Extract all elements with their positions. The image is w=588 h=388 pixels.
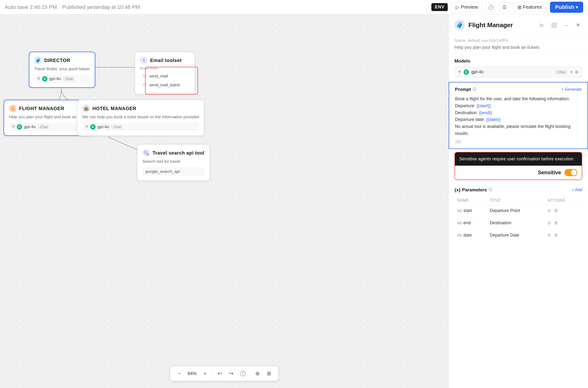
- prompt-var-date: {{date}}: [486, 117, 500, 122]
- publish-button[interactable]: Publish ▾: [550, 2, 583, 13]
- param-start-title: Departure Point: [487, 205, 544, 217]
- prompt-var-start: {{start}}: [477, 103, 491, 108]
- sensitive-row: Sensitive ✓: [455, 166, 582, 180]
- model-select-row[interactable]: ⇈ G gpt-4o Chat ▾ ⚙: [455, 67, 582, 77]
- features-label: Features: [523, 4, 542, 10]
- history-button[interactable]: 🕐: [237, 368, 248, 379]
- travel-title: Travel search api tool: [153, 150, 205, 156]
- send-mail-tool[interactable]: 🛡 send_mail: [140, 72, 190, 80]
- model-row-icon: G: [464, 70, 469, 75]
- toggle-knob: [571, 170, 577, 175]
- preview-icon: ▷: [456, 4, 459, 10]
- param-start-name: Iαl start: [455, 205, 487, 217]
- preview-button[interactable]: ▷ Preview: [451, 2, 482, 12]
- prompt-var-end: {{end}}: [479, 110, 492, 115]
- param-end-actions: ⚙ 🗑: [544, 217, 582, 229]
- redo-button[interactable]: ↪: [226, 368, 236, 379]
- director-model-label: gpt-4o: [49, 76, 61, 81]
- param-end-name: Iαl end: [455, 217, 487, 229]
- director-icon: 🧳: [34, 56, 42, 64]
- prompt-text[interactable]: Book a flight for the user, and take the…: [455, 96, 582, 137]
- toggle-track[interactable]: ✓: [564, 169, 577, 176]
- director-node[interactable]: 🧳 DIRECTOR Travel Butler, your good help…: [29, 52, 95, 88]
- param-row-start: Iαl start Departure Point ⚙ 🗑: [455, 205, 582, 217]
- undo-button[interactable]: ↩: [214, 368, 225, 379]
- panel-more-button[interactable]: ···: [562, 21, 570, 29]
- panel-agent-icon: 🧳: [455, 20, 465, 30]
- model-settings-icon[interactable]: ⚙: [575, 70, 579, 75]
- topbar-dot: ·: [59, 4, 60, 10]
- hotel-manager-node[interactable]: 🏨 HOTEL MANAGER We can help you book a h…: [77, 100, 204, 136]
- email-header: 📧 Email toolset: [140, 56, 190, 64]
- hotel-model-icon: G: [90, 124, 96, 130]
- clock-icon-button[interactable]: 🕐: [486, 2, 496, 12]
- email-tools-label: Email tools: [140, 66, 190, 70]
- publish-label: Publish: [555, 4, 574, 10]
- director-model-icon: G: [42, 76, 47, 81]
- hotel-desc: We can help you book a hotel based on th…: [82, 114, 199, 120]
- params-title: {x} Parameters ⓘ: [455, 187, 492, 193]
- add-param-button[interactable]: + Add: [572, 188, 582, 192]
- model-chevron-icon: ▾: [570, 70, 572, 74]
- zoom-level: 84%: [186, 371, 199, 376]
- hotel-model-row: ⇈ G gpt-4o Chat: [82, 123, 199, 131]
- panel-meta-desc: Help you plan your flight and book air t…: [455, 45, 582, 50]
- panel-play-button[interactable]: ▷: [537, 21, 546, 29]
- sensitive-label: Sensitive: [538, 170, 561, 176]
- panel-meta: Name, default use 9VjrS4IfFA Help you pl…: [449, 34, 588, 54]
- param-row-date: Iαl date Departure Date ⚙ 🗑: [455, 229, 582, 241]
- params-icon: {x}: [455, 187, 460, 193]
- send-mail-batch-tool[interactable]: 🛡 send_mail_batch: [140, 80, 190, 89]
- hotel-header: 🏨 HOTEL MANAGER: [82, 105, 199, 112]
- autosave-text: Auto save 2:40:15 PM: [5, 4, 57, 10]
- param-date-icon: Iαl: [457, 233, 461, 238]
- travel-desc: Search tool for travel: [142, 159, 205, 165]
- params-table: NAME TITLE ACTIONS Iαl start Departu: [455, 196, 582, 242]
- features-icon: ⊞: [517, 4, 522, 10]
- published-text: Published yesterday at 10:48 PM: [62, 4, 140, 10]
- list-icon-button[interactable]: ☰: [499, 2, 510, 12]
- param-end-settings-icon[interactable]: ⚙: [547, 220, 551, 226]
- hotel-expand-icon: ⇈: [85, 124, 88, 129]
- param-row-end: Iαl end Destination ⚙ 🗑: [455, 217, 582, 229]
- topbar: Auto save 2:40:15 PM · Published yesterd…: [0, 0, 588, 14]
- zoom-in-button[interactable]: +: [200, 368, 210, 379]
- param-end-title: Destination: [487, 217, 544, 229]
- email-toolset-node[interactable]: 📧 Email toolset Email tools 🛡 send_mail …: [135, 52, 195, 94]
- zoom-out-button[interactable]: −: [174, 368, 185, 379]
- param-end-delete-icon[interactable]: 🗑: [554, 220, 558, 226]
- model-select-label: gpt-4o: [471, 70, 552, 74]
- hotel-model-label: gpt-4o: [98, 124, 109, 129]
- param-date-name: Iαl date: [455, 229, 487, 241]
- model-row-expand-icon: ⇈: [458, 70, 461, 74]
- char-count: 203: [455, 140, 582, 144]
- travel-search-node[interactable]: 🔍 Travel search api tool Search tool for…: [137, 144, 210, 181]
- env-badge[interactable]: ENV: [431, 3, 448, 11]
- send-mail-batch-label: send_mail_batch: [149, 83, 180, 88]
- panel-close-button[interactable]: ✕: [574, 21, 582, 29]
- prompt-info-icon: ⓘ: [473, 87, 476, 92]
- param-date-delete-icon[interactable]: 🗑: [554, 233, 558, 238]
- grid-button[interactable]: ⊞: [264, 368, 274, 379]
- params-table-header: NAME TITLE ACTIONS: [455, 196, 582, 205]
- features-button[interactable]: ⊞ Features: [513, 2, 547, 12]
- param-start-settings-icon[interactable]: ⚙: [547, 208, 551, 214]
- prompt-section: Prompt ⓘ + Generate Book a flight for th…: [449, 82, 588, 149]
- param-start-delete-icon[interactable]: 🗑: [554, 208, 558, 214]
- generate-button[interactable]: + Generate: [561, 87, 582, 92]
- panel-title: Flight Manager: [468, 21, 534, 29]
- shield-icon-send-mail-batch: 🛡: [143, 83, 147, 87]
- shield-icon-send-mail: 🛡: [143, 74, 147, 78]
- add-node-button[interactable]: ⊕: [252, 368, 263, 379]
- panel-split-button[interactable]: ⬜: [550, 21, 558, 29]
- travel-tool-label: google_search_api: [142, 167, 205, 176]
- param-date-settings-icon[interactable]: ⚙: [547, 233, 551, 238]
- parameters-section: {x} Parameters ⓘ + Add NAME TITLE ACTION…: [449, 183, 588, 246]
- sensitive-toggle[interactable]: ✓: [564, 169, 577, 176]
- canvas[interactable]: 🧳 DIRECTOR Travel Butler, your good help…: [0, 14, 448, 388]
- right-panel: 🧳 Flight Manager ▷ ⬜ ··· ✕ Name, default…: [448, 14, 588, 388]
- director-badge: Chat: [63, 76, 75, 81]
- main-area: 🧳 DIRECTOR Travel Butler, your good help…: [0, 14, 588, 388]
- col-title: TITLE: [487, 196, 544, 205]
- preview-label: Preview: [461, 4, 478, 10]
